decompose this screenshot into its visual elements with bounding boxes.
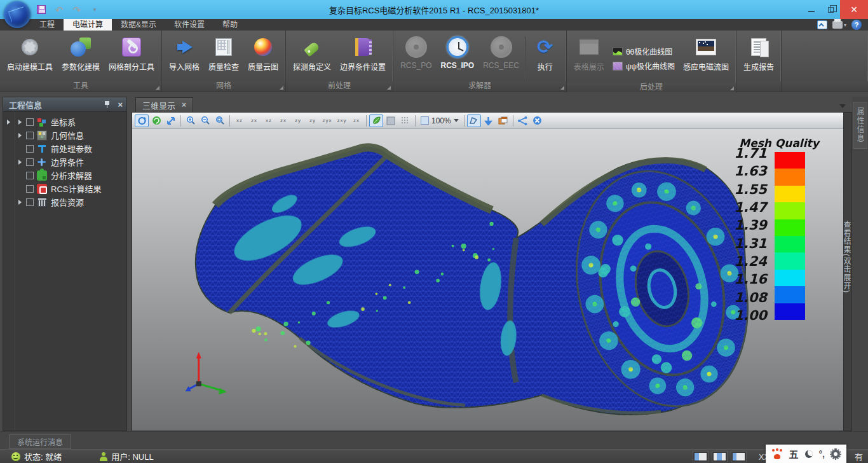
view-iso3-button[interactable]: zx: [349, 114, 363, 127]
results-panel-label[interactable]: 查看结果(双击展开): [844, 221, 852, 293]
wireframe-render-button[interactable]: [398, 114, 412, 127]
rcs-po-button[interactable]: RCS_PO: [396, 34, 436, 70]
view-iso1-button[interactable]: zyx: [320, 114, 334, 127]
group-expand-icon[interactable]: [730, 86, 734, 90]
collapse-ribbon-button[interactable]: [817, 20, 827, 29]
import-mesh-button[interactable]: 导入网格: [165, 34, 204, 72]
layout-center-panel-button[interactable]: [712, 451, 728, 462]
view-zx2-button[interactable]: zx: [276, 114, 290, 127]
tree-item-analysis-solver[interactable]: 分析求解器: [3, 169, 126, 182]
launch-modeling-tool-button[interactable]: 启动建模工具: [3, 34, 57, 72]
solver-disc-icon: [491, 36, 512, 58]
pan-button[interactable]: [164, 114, 178, 127]
rcs-ipo-button[interactable]: RCS_IPO: [436, 34, 478, 70]
expander-icon[interactable]: [18, 120, 22, 125]
menu-tab-data-display[interactable]: 数据&显示: [112, 19, 165, 31]
menu-tab-settings[interactable]: 软件设置: [165, 19, 214, 31]
ime-settings-gear-icon[interactable]: [831, 450, 840, 459]
shaded-render-button[interactable]: [369, 114, 383, 127]
zoom-extents-button[interactable]: [213, 114, 227, 127]
zoom-level-control[interactable]: 100%: [418, 116, 461, 125]
layout-left-panel-button[interactable]: [693, 451, 709, 462]
spin-view-button[interactable]: [149, 114, 163, 127]
pan-arrow-icon: [166, 116, 175, 125]
mesh-partition-tool-button[interactable]: 网格剖分工具: [104, 34, 159, 72]
results-collapsed-panel[interactable]: 查看结果(双击展开): [843, 113, 851, 431]
table-display-button[interactable]: 表格展示: [569, 34, 609, 72]
tree-item-report-resources[interactable]: 报告资源: [3, 195, 126, 209]
tab-properties-info[interactable]: 属性信息: [853, 102, 867, 149]
render-canvas[interactable]: Mesh Quality 1.711.63 1.551.47 1.391.31 …: [132, 129, 843, 431]
view-iso2-button[interactable]: zxy: [335, 114, 349, 127]
gutter-expand-icon[interactable]: [7, 120, 10, 125]
group-expand-icon[interactable]: [156, 86, 159, 90]
flat-render-button[interactable]: [384, 114, 398, 127]
close-button[interactable]: ✕: [840, 0, 868, 19]
print-button[interactable]: ▾: [832, 21, 846, 29]
moon-icon[interactable]: [805, 450, 813, 458]
status-indicator: 状态: 就绪: [11, 450, 62, 462]
view-zy-button[interactable]: zy: [291, 114, 305, 127]
shaded-square-icon: [386, 116, 395, 125]
restore-button[interactable]: [821, 0, 840, 19]
table-icon: [580, 39, 599, 55]
tree-item-preprocess-params[interactable]: 前处理参数: [3, 142, 126, 155]
tree-item-coordinate-system[interactable]: 坐标系: [3, 115, 126, 128]
view-xz2-button[interactable]: xz: [262, 114, 276, 127]
system-message-tab[interactable]: 系统运行消息: [9, 434, 71, 449]
view-zy2-button[interactable]: zy: [306, 114, 320, 127]
tree-item-geometry-info[interactable]: 几何信息: [3, 128, 126, 142]
expander-icon[interactable]: [18, 160, 22, 165]
zoom-in-button[interactable]: [184, 114, 198, 127]
generate-report-button[interactable]: 生成报告: [739, 34, 778, 72]
checkbox[interactable]: [26, 185, 34, 193]
checkbox[interactable]: [26, 172, 34, 179]
layout-split-panel-button[interactable]: [731, 451, 747, 462]
tree-item-boundary-conditions[interactable]: 边界条件: [3, 155, 126, 169]
region-select-button[interactable]: [467, 114, 481, 127]
minimize-button[interactable]: [802, 0, 821, 19]
rcs-eec-button[interactable]: RCS_EEC: [478, 34, 524, 70]
expander-icon[interactable]: [18, 200, 22, 205]
expander-icon[interactable]: [18, 133, 22, 138]
panel-close-button[interactable]: ×: [118, 100, 123, 109]
tab-3d-display[interactable]: 三维显示 ×: [135, 97, 193, 112]
execute-button[interactable]: ⟳ 执行: [527, 34, 564, 72]
group-expand-icon[interactable]: [387, 86, 391, 90]
boundary-condition-button[interactable]: 边界条件设置: [336, 34, 390, 72]
share-link-button[interactable]: [516, 114, 530, 127]
view-zx-button[interactable]: zx: [247, 114, 261, 127]
parametric-modeling-button[interactable]: 参数化建模: [57, 34, 104, 72]
arrow-down-button[interactable]: [482, 114, 496, 127]
tree-item-rcs-results[interactable]: RCS计算结果: [3, 182, 126, 195]
quality-check-button[interactable]: 质量检查: [204, 34, 243, 72]
tab-close-icon[interactable]: ×: [182, 100, 186, 109]
tab-list-dropdown-icon[interactable]: [839, 104, 846, 108]
zoom-out-button[interactable]: [198, 114, 212, 127]
menu-tab-project[interactable]: 工程: [31, 19, 64, 31]
cancel-operation-button[interactable]: [531, 114, 545, 127]
cascade-windows-button[interactable]: [496, 114, 510, 127]
group-expand-icon[interactable]: [560, 86, 564, 90]
checkbox[interactable]: [26, 158, 34, 166]
detect-angle-button[interactable]: 探测角定义: [288, 34, 336, 72]
ime-wubi-mode[interactable]: 五: [789, 447, 798, 460]
ime-punctuation-toggle[interactable]: °,: [819, 449, 825, 459]
checkbox[interactable]: [26, 198, 34, 206]
menu-tab-em-compute[interactable]: 电磁计算: [64, 19, 112, 31]
psi-polarization-curve-button[interactable]: ψψ极化曲线图: [613, 60, 675, 71]
view-xz-button[interactable]: xz: [233, 114, 247, 127]
quality-cloudmap-button[interactable]: 质量云图: [243, 34, 283, 72]
checkbox[interactable]: [26, 118, 34, 126]
theta-polarization-curve-button[interactable]: θθ极化曲线图: [613, 46, 675, 57]
help-button[interactable]: ?: [851, 20, 862, 30]
checkbox[interactable]: [26, 145, 34, 153]
pin-icon[interactable]: [105, 100, 110, 108]
app-logo[interactable]: [4, 1, 31, 28]
group-expand-icon[interactable]: [280, 86, 283, 90]
induced-current-map-button[interactable]: 感应电磁流图: [679, 34, 733, 72]
ime-logo-paw-icon[interactable]: [772, 449, 782, 459]
orbit-rotate-button[interactable]: [135, 114, 149, 127]
checkbox[interactable]: [26, 132, 34, 139]
menu-tab-help[interactable]: 帮助: [214, 19, 247, 31]
